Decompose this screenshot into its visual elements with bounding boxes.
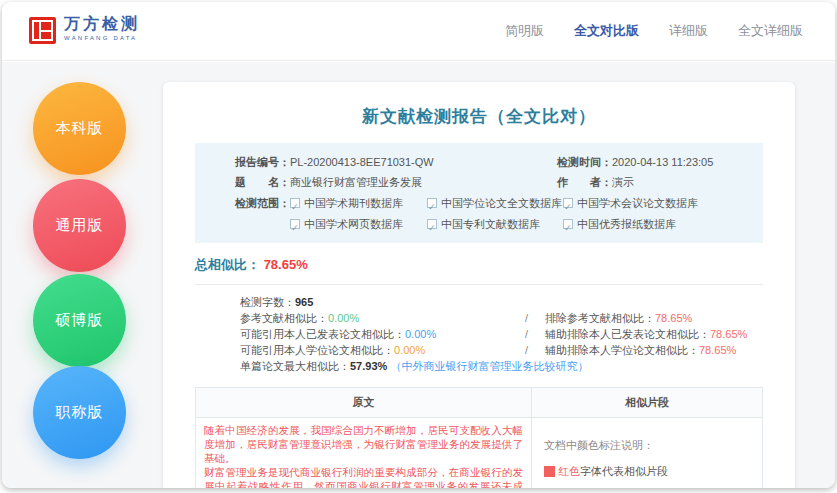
scope-option: 中国学术网页数据库 (304, 214, 403, 234)
wanfang-logo-icon (29, 17, 56, 44)
nav-tab-detailed[interactable]: 详细版 (669, 22, 708, 40)
scope-option: 中国专利文献数据库 (441, 214, 540, 234)
total-similarity-label: 总相似比： (195, 257, 260, 272)
detect-time-label: 检测时间： (557, 152, 612, 172)
report-no-value: PL-20200413-8EE71031-QW (290, 152, 434, 172)
ref-similarity-label: 参考文献相似比： (240, 312, 328, 324)
comparison-table: 原文 相似片段 随着中国经济的发展，我国综合国力不断增加，居民可支配收入大幅度增… (195, 387, 763, 488)
version-circle-general[interactable]: 通用版 (33, 179, 126, 272)
scope-label: 检测范围： (235, 193, 290, 234)
column-header-similar: 相似片段 (532, 388, 762, 418)
max-single-value: 57.93% (350, 360, 387, 372)
slash-separator: / (525, 326, 545, 342)
excl-self-published-label: 辅助排除本人已发表论文相似比： (545, 328, 710, 340)
self-published-value: 0.00% (405, 328, 436, 340)
report-info-panel: 报告编号： PL-20200413-8EE71031-QW 检测时间： 2020… (195, 143, 763, 243)
doc-title-value: 商业银行财富管理业务发展 (290, 172, 422, 192)
app-window: 万方检测 WANFANG DATA 简明版 全文对比版 详细版 全文详细版 本科… (2, 2, 835, 488)
nav-tab-fulltext-detailed[interactable]: 全文详细版 (738, 22, 803, 40)
brand-title: 万方检测 (64, 15, 140, 33)
scope-checkbox-grid: 中国学术期刊数据库 中国学位论文全文数据库 中国学术会议论文数据库 中国学术网页… (290, 193, 698, 234)
similar-fragments-cell: 文档中颜色标注说明： 红色字体代表相似片段 绿色字体代表参考文献相似片段 蓝色字… (532, 418, 762, 488)
top-header: 万方检测 WANFANG DATA 简明版 全文对比版 详细版 全文详细版 (2, 2, 835, 61)
report-no-label: 报告编号： (235, 152, 290, 172)
checkbox-icon[interactable] (563, 219, 573, 229)
total-similarity-value: 78.65% (264, 257, 308, 272)
slash-separator: / (525, 310, 545, 326)
excl-ref-similarity-value: 78.65% (655, 312, 692, 324)
checkbox-icon[interactable] (290, 219, 300, 229)
checkbox-icon[interactable] (563, 198, 573, 208)
max-single-label: 单篇论文最大相似比： (240, 360, 350, 372)
checkbox-icon[interactable] (427, 198, 437, 208)
ref-similarity-value: 0.00% (328, 312, 359, 324)
doc-title-label: 题 名： (235, 172, 290, 192)
word-count-label: 检测字数： (240, 296, 295, 308)
red-swatch-icon (544, 466, 555, 477)
self-thesis-label: 可能引用本人学位论文相似比： (240, 344, 394, 356)
report-card: 新文献检测报告（全文比对） 报告编号： PL-20200413-8EE71031… (163, 82, 795, 488)
total-similarity: 总相似比： 78.65% (195, 256, 763, 285)
excl-self-thesis-value: 78.65% (699, 344, 736, 356)
original-text[interactable]: 随着中国经济的发展，我国综合国力不断增加，居民可支配收入大幅度增加，居民财富管理… (204, 423, 523, 488)
version-circle-undergraduate[interactable]: 本科版 (33, 82, 126, 175)
word-count-value: 965 (295, 296, 313, 308)
similarity-stats: 检测字数：965 参考文献相似比：0.00% / 排除参考文献相似比：78.65… (195, 294, 763, 374)
version-circle-postgraduate[interactable]: 硕博版 (33, 274, 126, 367)
legend-item-red: 红色字体代表相似片段 (544, 464, 752, 479)
brand-subtitle: WANFANG DATA (64, 35, 140, 41)
scope-option: 中国学术期刊数据库 (304, 193, 403, 213)
self-thesis-value: 0.00% (394, 344, 425, 356)
version-circle-professional[interactable]: 职称版 (33, 366, 126, 459)
excl-ref-similarity-label: 排除参考文献相似比： (545, 312, 655, 324)
scope-option: 中国学位论文全文数据库 (441, 193, 562, 213)
brand-logo[interactable]: 万方检测 WANFANG DATA (29, 15, 140, 44)
slash-separator: / (525, 342, 545, 358)
column-header-original: 原文 (196, 388, 532, 418)
detect-time-value: 2020-04-13 11:23:05 (612, 152, 713, 172)
author-label: 作 者： (557, 172, 612, 192)
nav-tab-simple[interactable]: 简明版 (505, 22, 544, 40)
checkbox-icon[interactable] (290, 198, 300, 208)
scope-option: 中国学术会议论文数据库 (577, 193, 698, 213)
report-version-nav: 简明版 全文对比版 详细版 全文详细版 (505, 2, 803, 60)
excl-self-thesis-label: 辅助排除本人学位论文相似比： (545, 344, 699, 356)
scope-option: 中国优秀报纸数据库 (577, 214, 676, 234)
report-title: 新文献检测报告（全文比对） (195, 105, 763, 128)
nav-tab-fulltext-compare[interactable]: 全文对比版 (574, 22, 639, 40)
max-single-source[interactable]: （中外商业银行财富管理业务比较研究） (390, 360, 588, 372)
excl-self-published-value: 78.65% (710, 328, 747, 340)
legend-title: 文档中颜色标注说明： (544, 438, 752, 453)
author-value: 演示 (612, 172, 634, 192)
self-published-label: 可能引用本人已发表论文相似比： (240, 328, 405, 340)
checkbox-icon[interactable] (427, 219, 437, 229)
